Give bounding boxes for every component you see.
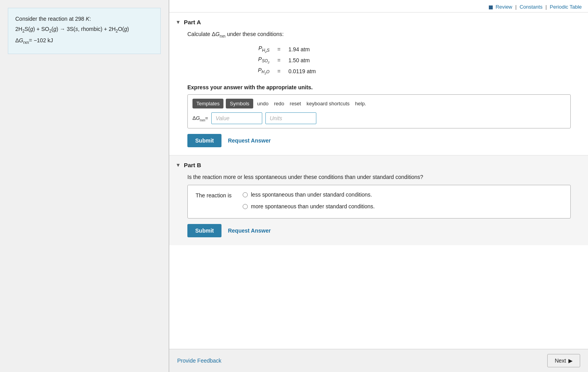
symbols-button[interactable]: Symbols [226,99,253,108]
radio-option-1-label: less spontaneous than under standard con… [251,191,372,198]
radio-statement: The reaction is [196,191,235,199]
keyboard-shortcuts-button[interactable]: keyboard shortcuts [305,99,351,108]
part-a-submit-button[interactable]: Submit [187,134,221,147]
help-button[interactable]: help. [354,99,368,108]
species-h2s: PH2S [254,44,273,55]
part-b-question: Is the reaction more or less spontaneous… [176,174,579,180]
units-input[interactable] [265,112,316,124]
radio-option-2-label: more spontaneous than under standard con… [251,203,375,209]
constants-link[interactable]: Constants [519,4,543,10]
val-h2s: 1.94 atm [285,44,320,55]
separator1: | [515,4,516,10]
part-a-header: ▼ Part A [176,19,579,25]
part-a-arrow: ▼ [176,19,181,25]
next-arrow-icon: ▶ [568,358,573,364]
radio-option-2[interactable]: more spontaneous than under standard con… [243,203,375,209]
main-content: Review | Constants | Periodic Table ▼ Pa… [169,0,588,372]
radio-less-spontaneous[interactable] [243,192,248,197]
feedback-link[interactable]: Provide Feedback [177,358,221,364]
part-b-request-answer-link[interactable]: Request Answer [228,228,270,234]
radio-options: less spontaneous than under standard con… [243,191,375,209]
eq-1: = [273,44,284,55]
species-h2o: PH2O [254,66,273,77]
part-b-label: Part B [184,162,201,168]
radio-more-spontaneous[interactable] [243,204,248,209]
condition-row-1: PH2S = 1.94 atm [254,44,320,55]
value-input[interactable] [211,112,262,124]
condition-row-2: PSO2 = 1.50 atm [254,55,320,66]
part-a-action-row: Submit Request Answer [176,134,579,147]
next-button[interactable]: Next ▶ [547,354,580,367]
eq-3: = [273,66,284,77]
review-icon [489,5,493,9]
conditions-table: PH2S = 1.94 atm PSO2 = 1.50 atm PH2O = 0… [254,44,579,77]
separator2: | [546,4,547,10]
radio-box: The reaction is less spontaneous than un… [187,185,571,219]
eq-2: = [273,55,284,66]
part-a-instruction: Calculate ΔGrxn under these conditions: [176,31,579,38]
footer-bar: Provide Feedback Next ▶ [169,349,588,372]
radio-row: The reaction is less spontaneous than un… [196,191,563,209]
templates-button[interactable]: Templates [192,99,223,108]
periodic-table-link[interactable]: Periodic Table [550,4,582,10]
part-b-header: ▼ Part B [176,162,579,168]
input-row: ΔGrxn= [192,112,566,124]
math-input-box: Templates Symbols undo redo reset keyboa… [187,94,571,128]
part-b-submit-button[interactable]: Submit [187,224,221,237]
top-links: Review | Constants | Periodic Table [169,0,588,13]
input-label: ΔGrxn= [192,115,208,122]
reaction-line: 2H2S(g) + SO2(g) → 3S(s, rhombic) + 2H2O… [15,25,153,34]
answer-instruction: Express your answer with the appropriate… [176,84,579,90]
val-h2o: 0.0119 atm [285,66,320,77]
toolbar: Templates Symbols undo redo reset keyboa… [192,99,566,108]
reset-button[interactable]: reset [288,99,303,108]
problem-title: Consider the reaction at 298 K: [15,14,153,23]
species-so2: PSO2 [254,55,273,66]
problem-box: Consider the reaction at 298 K: 2H2S(g) … [8,8,161,54]
delta-g: ΔGrxn= −102 kJ [15,36,153,46]
part-a-section: ▼ Part A Calculate ΔGrxn under these con… [169,13,588,155]
part-b-section: ▼ Part B Is the reaction more or less sp… [169,155,588,245]
next-label: Next [555,358,566,364]
redo-button[interactable]: redo [272,99,286,108]
review-link[interactable]: Review [495,4,512,10]
sidebar: Consider the reaction at 298 K: 2H2S(g) … [0,0,169,372]
undo-button[interactable]: undo [256,99,270,108]
part-b-action-row: Submit Request Answer [176,224,579,237]
part-a-request-answer-link[interactable]: Request Answer [228,137,270,144]
part-b-arrow: ▼ [176,162,181,168]
part-a-label: Part A [184,19,201,25]
condition-row-3: PH2O = 0.0119 atm [254,66,320,77]
val-so2: 1.50 atm [285,55,320,66]
radio-option-1[interactable]: less spontaneous than under standard con… [243,191,375,198]
